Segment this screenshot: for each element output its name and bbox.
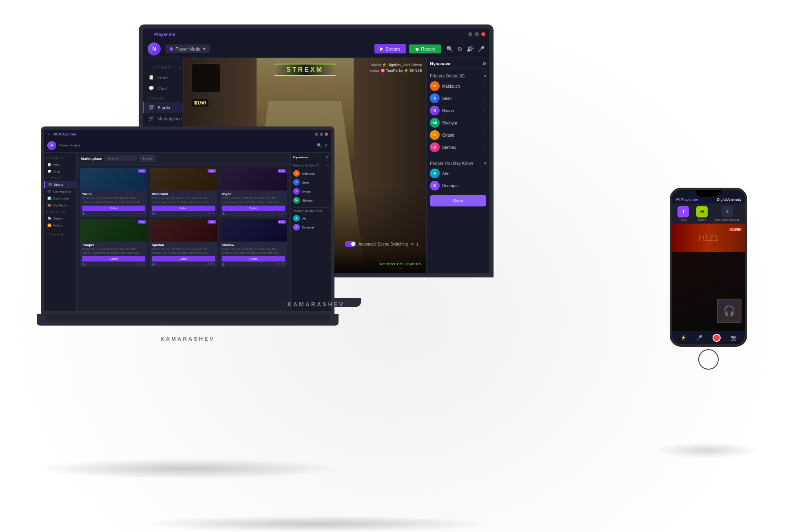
minimize-btn[interactable] — [468, 32, 472, 36]
auto-scene-toggle[interactable] — [345, 241, 356, 247]
card-thumb-shadow: Free — [220, 219, 287, 242]
card-body-trooper: Trooper Before we can get started creati… — [80, 242, 147, 268]
sidebar-item-feed[interactable]: 📋 Feed — [143, 72, 183, 83]
marketplace-card-shadow: Free Shadow Before we can get started cr… — [220, 219, 287, 268]
laptop-feed-item[interactable]: 📋Feed — [44, 161, 76, 168]
mic-icon[interactable]: 🎤 — [478, 46, 485, 52]
monitor-shadow — [139, 516, 494, 532]
card-select-btn-yasuo[interactable]: Select — [82, 206, 145, 211]
search-icon[interactable]: 🔍 — [446, 46, 453, 52]
laptop-videos-item[interactable]: ▶️Videos — [44, 222, 76, 229]
people-label: People You May Know — [430, 161, 473, 166]
card-title-yasuo: Yasuo — [82, 192, 145, 196]
stream-minimap — [192, 64, 220, 92]
laptop-stream-item[interactable]: 📡Stream — [44, 215, 76, 222]
connect-label: CONNECT — [148, 63, 179, 71]
laptop-mymedia-item[interactable]: 🎞️My Media — [44, 202, 76, 209]
record-button[interactable]: ⏺ Record — [409, 44, 441, 53]
phone-service-twitch[interactable]: T Twitch — [677, 206, 689, 221]
laptop-friend-av-maktouch: M — [293, 170, 300, 177]
laptop-user-avatar[interactable]: N — [47, 141, 56, 150]
card-select-btn-shadow[interactable]: Select — [222, 256, 285, 262]
marketplace-card-spartan: Tone Spartan Before we can get started c… — [150, 219, 217, 268]
card-sub-shadow: Before we can get started creating beaut… — [222, 247, 285, 255]
card-select-btn-vayne[interactable]: Select — [222, 206, 285, 211]
laptop-collapse-btn[interactable]: Collapse ◀ — [44, 229, 76, 239]
laptop-create-label: CREATE — [44, 175, 76, 181]
auto-scene-info-icon[interactable]: ℹ — [416, 242, 418, 246]
friend-status-nyaaa: ✓ — [483, 109, 486, 113]
marketplace-search-input[interactable] — [104, 155, 137, 162]
laptop-sidebar: CONNECT 📋Feed 💬Chat CREATE 🎬Studio 🛒M — [44, 153, 77, 311]
card-size-spartan: 129.557 — [206, 263, 215, 266]
feed-label: Feed — [157, 75, 168, 80]
panel-settings-icon[interactable]: ⚙ — [483, 62, 486, 66]
card-meta-vayne: 👤 2 129.557 — [222, 212, 285, 215]
laptop-close[interactable] — [325, 133, 328, 136]
phone-flash-icon[interactable]: ⚡ — [680, 335, 686, 341]
friend-name-sean: Sean — [442, 96, 452, 101]
stream-title-banner: STREXM — [274, 64, 336, 76]
close-btn[interactable] — [481, 32, 485, 36]
card-body-wasteland: Wasteland Before we can get started crea… — [150, 191, 217, 217]
auto-scene-settings-icon[interactable]: ⚙ — [410, 242, 414, 246]
marketplace-game-filter[interactable]: Engine — [139, 155, 155, 162]
maximize-btn[interactable] — [475, 32, 479, 36]
laptop-keyboard — [45, 314, 330, 321]
card-meta-trooper: 👤 4 129.557 — [82, 263, 145, 266]
laptop-dashboard-item[interactable]: 📊Dashboard — [44, 195, 76, 202]
laptop-person-av-doompai: D — [293, 224, 300, 231]
phone-video-area: H1Z1 🎧 ● LIVE — [672, 224, 745, 331]
laptop-base — [37, 314, 339, 326]
laptop-friends-header: Friends Online (4) ▾ — [293, 164, 329, 167]
laptop-friend-name-shahyar: Shahyar — [302, 199, 313, 202]
laptop-maximize[interactable] — [320, 133, 323, 136]
hitbox-label: Hitbox — [698, 218, 706, 221]
scan-section[interactable]: Scan — [430, 195, 486, 206]
phone-mic-icon[interactable]: 🎤 — [696, 335, 702, 341]
people-collapse-icon[interactable]: ▾ — [484, 161, 486, 166]
marketplace-label: Marketplace — [157, 116, 182, 121]
card-size-trooper: 129.557 — [137, 263, 146, 266]
card-body-spartan: Spartan Before we can get started creati… — [150, 242, 217, 268]
laptop-marketplace-item[interactable]: 🛒Marketplace — [44, 188, 76, 195]
mode-selector[interactable]: Player Mode ▾ — [166, 44, 210, 53]
phone-service-more[interactable]: + Link More Services — [715, 206, 739, 221]
card-select-btn-wasteland[interactable]: Select — [152, 206, 215, 211]
phone-service-hitbox[interactable]: H Hitbox — [696, 206, 708, 221]
stream-button[interactable]: ▶ Stream — [374, 44, 405, 53]
laptop-brand-label: KAMARASHEV — [160, 336, 215, 342]
laptop-friend-sean: S Sean — [293, 178, 329, 187]
card-select-btn-trooper[interactable]: Select — [82, 256, 145, 262]
right-panel: Nyaaaawr ⚙ Friends Online (6) ▾ M — [426, 58, 489, 273]
phone-home-button[interactable] — [698, 349, 719, 370]
sidebar-item-studio[interactable]: 🎬 Studio — [143, 102, 183, 113]
laptop-back-btn[interactable]: ← — [47, 132, 51, 136]
card-badge-trooper: Free — [138, 220, 146, 224]
back-arrow[interactable]: ← — [147, 32, 151, 37]
mode-chevron: ▾ — [203, 46, 206, 51]
laptop-people-section: People You May Know A Aen D — [293, 207, 329, 232]
add-connect-btn[interactable]: + — [179, 64, 182, 70]
settings-icon[interactable]: ⚙ — [457, 46, 463, 52]
phone-record-button[interactable] — [713, 334, 721, 342]
laptop-friends-collapse[interactable]: ▾ — [327, 164, 329, 167]
volume-icon[interactable]: 🔊 — [467, 46, 474, 52]
marketplace-grid: Free Yasuo Before we can get started cre… — [77, 165, 290, 270]
sidebar-item-chat[interactable]: 💬 Chat — [143, 83, 183, 94]
laptop-panel-settings[interactable]: ⚙ — [325, 155, 329, 159]
friends-collapse-icon[interactable]: ▾ — [484, 74, 486, 78]
user-avatar[interactable]: N — [148, 42, 161, 55]
card-select-btn-spartan[interactable]: Select — [152, 256, 215, 262]
phone-camera-icon[interactable]: 📷 — [730, 335, 737, 341]
sidebar-item-marketplace[interactable]: 🛒 Marketplace — [143, 113, 183, 124]
laptop-settings-icon[interactable]: ⚙ — [324, 143, 328, 148]
laptop-chat-item[interactable]: 💬Chat — [44, 168, 76, 175]
friends-list: M Maktouch ✓ S Sean ✓ — [430, 80, 486, 153]
laptop-minimize[interactable] — [315, 133, 318, 136]
card-meta-yasuo: 👤 4 129.557 — [82, 212, 145, 215]
laptop-friend-av-shahyar: Sh — [293, 197, 300, 204]
laptop-studio-item[interactable]: 🎬Studio — [44, 181, 76, 188]
laptop-person-doompai: D Doompai — [293, 223, 329, 232]
laptop-search-icon[interactable]: 🔍 — [317, 143, 322, 148]
